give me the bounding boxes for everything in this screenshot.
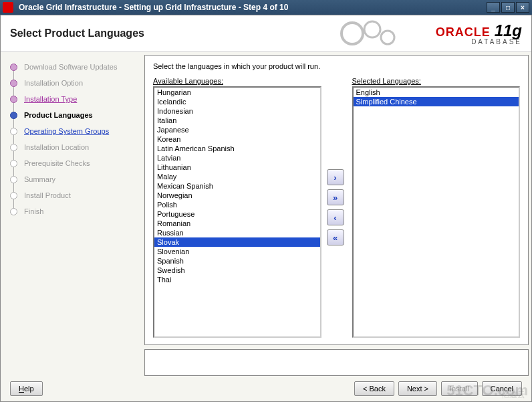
app-icon [3, 2, 13, 13]
maximize-button[interactable]: □ [501, 2, 515, 13]
list-item[interactable]: Romanian [154, 219, 320, 228]
list-item[interactable]: English [354, 88, 519, 97]
step-label: Summary [24, 175, 55, 183]
step-bullet [10, 80, 17, 87]
svg-point-1 [364, 21, 380, 37]
step-bullet [10, 160, 17, 167]
list-item[interactable]: Malay [154, 172, 320, 181]
step-bullet [10, 144, 17, 151]
step-installation-type[interactable]: Installation Type [10, 91, 140, 107]
add-button[interactable]: › [327, 169, 344, 185]
page-title: Select Product Languages [10, 27, 302, 39]
step-prerequisite-checks: Prerequisite Checks [10, 155, 140, 171]
step-bullet [10, 208, 17, 215]
svg-point-0 [342, 23, 363, 44]
list-item[interactable]: Italian [154, 116, 320, 125]
step-sidebar: Download Software UpdatesInstallation Op… [1, 52, 144, 345]
logo-brand: ORACLE [436, 25, 491, 39]
list-item[interactable]: Portuguese [154, 209, 320, 219]
main-panel: Select the languages in which your produ… [144, 55, 529, 345]
step-operating-system-groups[interactable]: Operating System Groups [10, 123, 140, 139]
step-installation-location: Installation Location [10, 139, 140, 155]
logo-sub: DATABASE [436, 38, 522, 45]
window-body: Select Product Languages ORACLE11g DATAB… [0, 15, 532, 402]
step-label: Finish [24, 207, 43, 215]
available-languages-listbox[interactable]: HungarianIcelandicIndonesianItalianJapan… [153, 86, 321, 338]
minimize-button[interactable]: _ [487, 2, 500, 13]
available-column: Available Languages: HungarianIcelandicI… [153, 77, 321, 338]
selected-label: Selected Languages: [352, 77, 521, 85]
list-item[interactable]: Swedish [154, 266, 320, 275]
step-bullet [10, 128, 17, 135]
step-bullet [10, 192, 17, 199]
next-button[interactable]: Next > [398, 381, 437, 396]
step-label: Prerequisite Checks [24, 159, 90, 167]
selected-languages-listbox[interactable]: EnglishSimplified Chinese [352, 86, 521, 338]
footer: Help < Back Next > Install Cancel [1, 376, 531, 401]
add-all-button[interactable]: » [327, 189, 344, 205]
header-graphic [302, 17, 436, 50]
step-label: Product Languages [24, 111, 93, 119]
step-label: Installation Location [24, 143, 89, 151]
step-label: Operating System Groups [24, 127, 109, 135]
remove-all-button[interactable]: « [327, 229, 344, 245]
step-download-software-updates: Download Software Updates [10, 59, 140, 75]
message-area [144, 349, 529, 376]
oracle-logo: ORACLE11g DATABASE [436, 21, 522, 45]
titlebar: Oracle Grid Infrastructure - Setting up … [0, 0, 532, 15]
list-item[interactable]: Mexican Spanish [154, 181, 320, 191]
content-body: Download Software UpdatesInstallation Op… [1, 52, 531, 345]
back-button[interactable]: < Back [354, 381, 394, 396]
language-lists: Available Languages: HungarianIcelandicI… [153, 77, 520, 338]
list-item[interactable]: Norwegian [154, 191, 320, 200]
step-installation-option: Installation Option [10, 75, 140, 91]
list-item[interactable]: Russian [154, 228, 320, 237]
help-button[interactable]: Help [10, 381, 43, 396]
list-item[interactable]: Japanese [154, 125, 320, 134]
transfer-buttons: › » ‹ « [327, 77, 347, 338]
cancel-button[interactable]: Cancel [482, 381, 522, 396]
install-button: Install [441, 381, 478, 396]
step-install-product: Install Product [10, 187, 140, 203]
step-bullet [10, 64, 17, 71]
step-product-languages: Product Languages [10, 107, 140, 123]
list-item[interactable]: Icelandic [154, 97, 320, 106]
step-bullet [10, 96, 17, 103]
list-item[interactable]: Slovenian [154, 247, 320, 256]
step-label: Install Product [24, 191, 71, 199]
list-item[interactable]: Polish [154, 200, 320, 209]
list-item[interactable]: Lithuanian [154, 163, 320, 172]
close-button[interactable]: × [516, 2, 529, 13]
remove-button[interactable]: ‹ [327, 209, 344, 225]
available-label: Available Languages: [153, 77, 321, 85]
window-controls: _ □ × [487, 2, 529, 13]
list-item[interactable]: Thai [154, 275, 320, 284]
list-item[interactable]: Slovak [154, 237, 320, 247]
list-item[interactable]: Spanish [154, 256, 320, 266]
list-item[interactable]: Indonesian [154, 106, 320, 116]
list-item[interactable]: Hungarian [154, 88, 320, 97]
svg-point-2 [381, 31, 394, 44]
list-item[interactable]: Latvian [154, 153, 320, 163]
selected-column: Selected Languages: EnglishSimplified Ch… [352, 77, 521, 338]
step-label: Download Software Updates [24, 63, 117, 71]
step-bullet [10, 112, 17, 119]
step-label: Installation Option [24, 79, 83, 87]
instruction-text: Select the languages in which your produ… [153, 62, 520, 70]
list-item[interactable]: Korean [154, 134, 320, 144]
list-item[interactable]: Latin American Spanish [154, 144, 320, 153]
list-item[interactable]: Simplified Chinese [354, 97, 519, 106]
header: Select Product Languages ORACLE11g DATAB… [1, 15, 531, 52]
window-title: Oracle Grid Infrastructure - Setting up … [17, 3, 487, 12]
step-label: Installation Type [24, 95, 77, 103]
step-summary: Summary [10, 171, 140, 187]
logo-version: 11g [495, 21, 522, 39]
step-finish: Finish [10, 203, 140, 219]
step-bullet [10, 176, 17, 183]
